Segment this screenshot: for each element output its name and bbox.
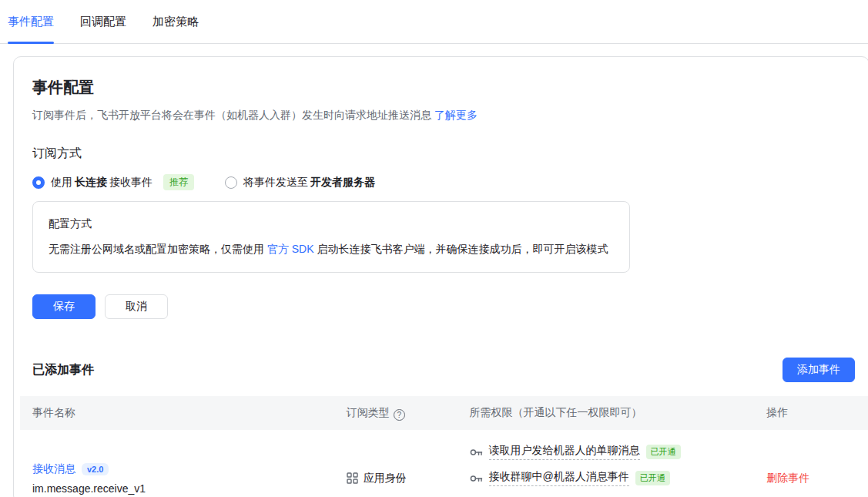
event-id: im.message.receive_v1	[32, 482, 322, 495]
added-events-header: 已添加事件 添加事件	[32, 358, 868, 382]
config-method-text: 无需注册公网域名或配置加密策略，仅需使用 官方 SDK 启动长连接飞书客户端，并…	[49, 243, 614, 257]
config-method-box: 配置方式 无需注册公网域名或配置加密策略，仅需使用 官方 SDK 启动长连接飞书…	[32, 201, 630, 273]
cancel-button[interactable]: 取消	[105, 294, 168, 319]
header-operation: 操作	[754, 396, 868, 430]
delete-event-link[interactable]: 删除事件	[766, 472, 809, 484]
permission-status-badge: 已开通	[635, 471, 670, 485]
table-row: 接收消息 v2.0 im.message.receive_v1	[20, 430, 868, 497]
events-table: 事件名称 订阅类型? 所需权限（开通以下任一权限即可） 操作 接收消息 v2.0…	[20, 396, 868, 497]
header-permissions: 所需权限（开通以下任一权限即可）	[457, 396, 755, 430]
radio-long-connection-label: 使用长连接接收事件	[51, 176, 152, 190]
permission-item: 接收群聊中@机器人消息事件 已开通	[470, 470, 742, 486]
tab-callback-config[interactable]: 回调配置	[80, 0, 126, 44]
key-icon	[470, 473, 483, 484]
learn-more-link[interactable]: 了解更多	[434, 109, 478, 121]
form-actions: 保存 取消	[32, 294, 868, 319]
radio-option-developer-server[interactable]: 将事件发送至开发者服务器	[225, 176, 377, 190]
help-icon[interactable]: ?	[394, 409, 405, 421]
recommended-badge: 推荐	[163, 174, 194, 190]
config-text-before: 无需注册公网域名或配置加密策略，仅需使用	[49, 243, 267, 255]
radio-developer-server-label: 将事件发送至开发者服务器	[243, 176, 377, 190]
app-identity-icon	[347, 472, 358, 484]
radio-selected-icon[interactable]	[32, 176, 45, 189]
page-description: 订阅事件后，飞书开放平台将会在事件（如机器人入群）发生时向请求地址推送消息 了解…	[32, 109, 868, 123]
radio-option-long-connection[interactable]: 使用长连接接收事件 推荐	[32, 174, 194, 190]
event-name-link[interactable]: 接收消息	[32, 462, 75, 476]
added-events-heading: 已添加事件	[32, 362, 94, 378]
page-title: 事件配置	[32, 77, 868, 98]
header-event-name: 事件名称	[20, 396, 334, 430]
tab-encryption-policy[interactable]: 加密策略	[152, 0, 199, 44]
subscription-method-heading: 订阅方式	[32, 146, 868, 162]
config-text-after: 启动长连接飞书客户端，并确保连接成功后，即可开启该模式	[314, 243, 608, 255]
save-button[interactable]: 保存	[32, 294, 96, 319]
permission-name[interactable]: 接收群聊中@机器人消息事件	[489, 470, 629, 486]
header-subscription-type: 订阅类型?	[334, 396, 457, 430]
page-description-text: 订阅事件后，飞书开放平台将会在事件（如机器人入群）发生时向请求地址推送消息	[32, 109, 431, 121]
table-header-row: 事件名称 订阅类型? 所需权限（开通以下任一权限即可） 操作	[20, 396, 868, 430]
permission-name[interactable]: 读取用户发给机器人的单聊消息	[489, 444, 640, 460]
permission-list: 读取用户发给机器人的单聊消息 已开通 接收群聊中@机器人消息事件	[470, 444, 742, 497]
event-config-panel: 事件配置 订阅事件后，飞书开放平台将会在事件（如机器人入群）发生时向请求地址推送…	[13, 56, 868, 497]
permission-status-badge: 已开通	[646, 445, 681, 459]
tab-event-config[interactable]: 事件配置	[8, 0, 54, 44]
subscription-options: 使用长连接接收事件 推荐 将事件发送至开发者服务器	[32, 174, 868, 190]
version-badge: v2.0	[82, 463, 109, 475]
add-event-button[interactable]: 添加事件	[783, 358, 855, 382]
official-sdk-link[interactable]: 官方 SDK	[267, 243, 314, 255]
key-icon	[470, 447, 483, 458]
config-method-title: 配置方式	[49, 217, 614, 231]
permission-item: 读取用户发给机器人的单聊消息 已开通	[470, 444, 742, 460]
radio-unselected-icon[interactable]	[225, 176, 237, 189]
subscription-type-value: 应用身份	[364, 472, 407, 485]
tab-bar: 事件配置 回调配置 加密策略	[0, 0, 868, 44]
